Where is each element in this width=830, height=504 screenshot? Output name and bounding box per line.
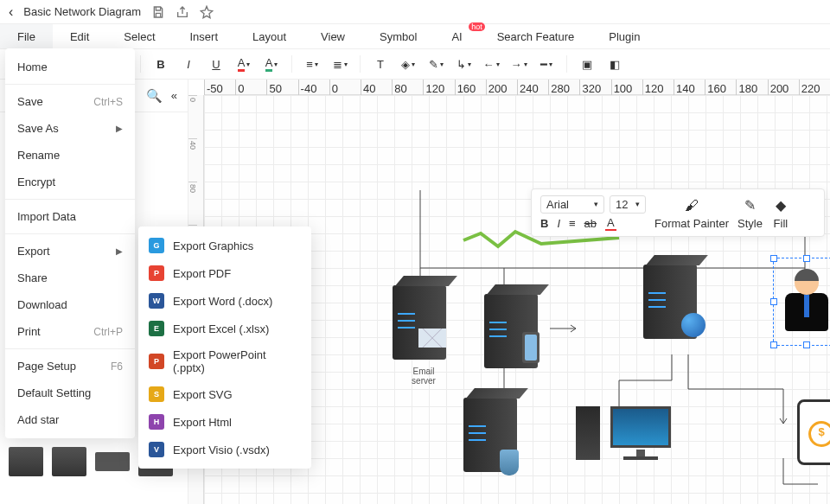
fill-button[interactable]: ◈▾	[397, 53, 419, 75]
file-menu-item[interactable]: Export▶	[5, 238, 135, 265]
mobile-shape[interactable]	[797, 399, 830, 465]
file-menu-item[interactable]: Download	[5, 291, 135, 318]
float-align[interactable]: ≡	[569, 217, 576, 230]
shape-thumb[interactable]	[95, 452, 130, 471]
menu-file[interactable]: File	[0, 24, 53, 48]
export-menu-item[interactable]: GExport Graphics	[138, 232, 311, 259]
menu-select[interactable]: Select	[106, 24, 172, 48]
style-icon: ✎	[740, 196, 759, 215]
file-menu-item[interactable]: Share	[5, 265, 135, 291]
float-strike[interactable]: ab	[584, 217, 597, 230]
float-size-select[interactable]: 12▾	[610, 195, 646, 214]
export-menu-item[interactable]: WExport Word (.docx)	[138, 287, 311, 315]
ruler-horizontal: -50050-400408012016020024028032010012014…	[204, 80, 830, 95]
server-shape[interactable]	[463, 398, 517, 472]
italic-button[interactable]: I	[177, 53, 200, 75]
menu-edit[interactable]: Edit	[53, 24, 106, 48]
file-menu-item[interactable]: Home	[5, 54, 135, 80]
export-menu-item[interactable]: HExport Html	[138, 408, 311, 436]
float-font-color[interactable]: A	[605, 216, 616, 231]
shape-thumb[interactable]	[52, 447, 86, 476]
connector-button[interactable]: ↳▾	[452, 53, 475, 75]
shape-thumb[interactable]	[9, 447, 43, 476]
file-menu-item[interactable]: Save As▶	[5, 115, 135, 142]
file-menu-item[interactable]: Page SetupF6	[5, 353, 135, 380]
floating-format-bar[interactable]: Arial▾ 12▾ B I ≡ ab A 🖌 Format Painter	[531, 188, 825, 237]
menu-plugin[interactable]: Plugin	[591, 24, 657, 48]
file-menu-item[interactable]: PrintCtrl+P	[5, 318, 135, 345]
line-color-button[interactable]: ✎▾	[425, 53, 447, 75]
email-server-label: Email server	[398, 367, 450, 386]
menu-search-feature[interactable]: Search Feature	[480, 24, 592, 48]
format-painter-button[interactable]: 🖌 Format Painter	[654, 196, 729, 230]
align-h-button[interactable]: ≡▾	[301, 53, 323, 75]
line-style-button[interactable]: ━▾	[535, 53, 558, 75]
underline-button[interactable]: U	[205, 53, 227, 75]
selection-box[interactable]	[773, 258, 830, 346]
file-menu-item[interactable]: Rename	[5, 142, 135, 169]
highlight-button[interactable]: A▾	[260, 53, 283, 75]
menu-symbol[interactable]: Symbol	[362, 24, 434, 48]
share-icon[interactable]	[176, 5, 189, 19]
title-bar: ‹ Basic Network Diagram	[0, 0, 830, 24]
star-icon[interactable]	[200, 5, 214, 19]
float-bold[interactable]: B	[540, 217, 548, 230]
file-menu-item[interactable]: Encrypt	[5, 169, 135, 195]
format-painter-icon: 🖌	[682, 196, 701, 215]
font-color-button[interactable]: A▾	[233, 53, 255, 75]
file-menu-item[interactable]: Default Setting	[5, 380, 135, 406]
menu-ai[interactable]: AIhot	[434, 24, 479, 48]
collapse-icon[interactable]: «	[171, 89, 177, 102]
server-shape[interactable]	[643, 265, 697, 339]
float-font-select[interactable]: Arial▾	[540, 195, 604, 214]
export-menu-item[interactable]: PExport PowerPoint (.pptx)	[138, 342, 311, 380]
menu-layout[interactable]: Layout	[235, 24, 303, 48]
pc-tower-shape[interactable]	[576, 406, 600, 460]
text-button[interactable]: T	[369, 53, 392, 75]
style-button[interactable]: ✎ Style	[737, 196, 763, 230]
export-menu-item[interactable]: PExport PDF	[138, 259, 311, 287]
file-menu-item[interactable]: Import Data	[5, 203, 135, 230]
fill-icon: ◆	[771, 196, 790, 215]
file-menu-item[interactable]: SaveCtrl+S	[5, 88, 135, 115]
export-menu-item[interactable]: EExport Excel (.xlsx)	[138, 315, 311, 342]
file-menu-dropdown: HomeSaveCtrl+SSave As▶RenameEncryptImpor…	[5, 48, 135, 438]
export-menu-item[interactable]: VExport Visio (.vsdx)	[138, 436, 311, 463]
bold-button[interactable]: B	[150, 53, 172, 75]
theme-button[interactable]: ◧	[603, 53, 626, 75]
menu-view[interactable]: View	[303, 24, 362, 48]
export-menu-item[interactable]: SExport SVG	[138, 380, 311, 408]
back-icon[interactable]: ‹	[9, 4, 13, 20]
monitor-shape[interactable]	[602, 406, 680, 460]
document-title: Basic Network Diagram	[23, 5, 141, 18]
fill-tool-button[interactable]: ◆ Fill	[771, 196, 790, 230]
float-italic[interactable]: I	[557, 217, 560, 230]
search-icon[interactable]: 🔍	[146, 88, 163, 104]
save-icon[interactable]	[151, 5, 165, 19]
align-v-button[interactable]: ≣▾	[329, 53, 351, 75]
menu-insert[interactable]: Insert	[173, 24, 236, 48]
menu-bar: File Edit Select Insert Layout View Symb…	[0, 24, 830, 48]
export-submenu: GExport GraphicsPExport PDFWExport Word …	[138, 226, 311, 469]
file-menu-item[interactable]: Add star	[5, 406, 135, 433]
server-shape[interactable]	[484, 294, 538, 368]
arrow-end-button[interactable]: →▾	[508, 53, 530, 75]
email-server-shape[interactable]	[393, 285, 446, 360]
arrow-start-button[interactable]: ←▾	[480, 53, 502, 75]
layer-button[interactable]: ▣	[576, 53, 598, 75]
